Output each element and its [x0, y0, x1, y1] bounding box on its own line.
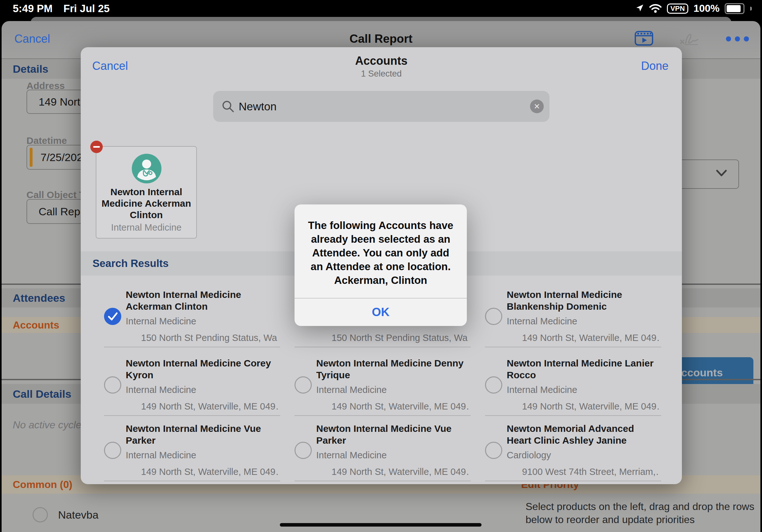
account-result-cell[interactable]: Newton Internal Medicine Denny Tyrique I…	[316, 357, 469, 426]
call-object-type-label: Call Object Ty	[27, 189, 90, 200]
result-address: 150 North St Pending Status, Wa…	[141, 333, 278, 343]
result-name: Newton Internal Medicine Ackerman Clinto…	[126, 289, 279, 312]
battery-icon	[725, 3, 744, 14]
datetime-required-bar	[30, 148, 33, 167]
status-date: Fri Jul 25	[63, 3, 110, 15]
remove-account-icon[interactable]	[90, 141, 103, 153]
account-result-cell[interactable]: Newton Internal Medicine Lanier Rocco In…	[507, 357, 660, 426]
result-address: 150 North St Pending Status, Wa…	[332, 333, 469, 343]
common-tab-label[interactable]: Common (0)	[13, 475, 72, 494]
account-result-cell[interactable]: Newton Internal Medicine Corey Kyron Int…	[126, 357, 279, 426]
alert-message: The following Accounts have already been…	[306, 219, 455, 287]
result-address: 149 North St, Waterville, ME 049…	[522, 401, 659, 412]
result-divider	[485, 415, 661, 416]
result-name: Newton Memorial Advanced Heart Clinic As…	[507, 423, 660, 446]
result-address: 9100 West 74th Street, Merriam,…	[522, 467, 659, 477]
result-name: Newton Internal Medicine Lanier Rocco	[507, 357, 660, 381]
result-specialty: Internal Medicine	[126, 316, 196, 327]
result-divider	[294, 481, 471, 481]
result-checkbox[interactable]	[294, 376, 312, 394]
battery-percent: 100%	[693, 3, 720, 14]
clear-search-icon[interactable]: ✕	[530, 100, 544, 113]
result-divider	[294, 347, 471, 347]
account-result-cell[interactable]: Newton Internal Medicine Vue Parker Inte…	[316, 423, 469, 484]
modal-title: Accounts	[81, 54, 682, 68]
result-address: 149 North St, Waterville, ME 049…	[141, 467, 278, 477]
checkmark-icon	[104, 308, 121, 325]
location-icon	[636, 4, 644, 13]
result-specialty: Internal Medicine	[126, 450, 196, 461]
selected-account-chip[interactable]: Newton Internal Medicine Ackerman Clinto…	[96, 146, 197, 238]
screen: 5:49 PM Fri Jul 25 VPN 100% Cancel	[0, 0, 762, 532]
status-time: 5:49 PM	[13, 3, 53, 15]
result-divider	[104, 415, 280, 416]
no-active-cycle-text: No active cycle pr	[13, 419, 82, 431]
result-checkbox[interactable]	[485, 308, 502, 325]
result-address: 149 North St, Waterville, ME 049…	[332, 401, 469, 412]
home-indicator[interactable]	[280, 523, 482, 527]
search-icon	[221, 100, 235, 114]
details-section-label: Details	[13, 59, 48, 79]
result-name: Newton Internal Medicine Blankenship Dom…	[507, 289, 660, 312]
attendees-section-label: Attendees	[13, 288, 65, 307]
wifi-icon	[649, 3, 662, 14]
result-specialty: Internal Medicine	[126, 385, 196, 395]
search-input-value: Newton	[239, 91, 277, 122]
result-checkbox[interactable]	[104, 308, 121, 325]
modal-done-button[interactable]: Done	[641, 59, 668, 73]
account-result-cell[interactable]: Newton Internal Medicine Ackerman Clinto…	[126, 289, 279, 357]
result-name: Newton Internal Medicine Vue Parker	[316, 423, 469, 446]
datetime-label: Datetime	[27, 135, 67, 146]
accounts-tab-label: Accounts	[13, 317, 59, 333]
result-name: Newton Internal Medicine Denny Tyrique	[316, 357, 469, 381]
chevron-down-icon	[716, 170, 727, 177]
result-specialty: Internal Medicine	[507, 316, 577, 327]
signature-icon[interactable]	[679, 32, 700, 46]
chip-specialty: Internal Medicine	[96, 222, 196, 233]
result-checkbox[interactable]	[485, 376, 502, 394]
account-result-cell[interactable]: Newton Internal Medicine Blankenship Dom…	[507, 289, 660, 357]
alert-ok-button[interactable]: OK	[294, 299, 467, 326]
account-result-cell[interactable]: Newton Memorial Advanced Heart Clinic As…	[507, 423, 660, 484]
attendee-alert-dialog: The following Accounts have already been…	[294, 204, 467, 326]
result-specialty: Internal Medicine	[316, 450, 387, 461]
battery-nub	[750, 7, 752, 11]
result-address: 149 North St, Waterville, ME 049…	[522, 333, 659, 343]
doctor-avatar	[132, 154, 162, 185]
priority-hint-text: Select products on the left, drag and dr…	[526, 500, 760, 526]
product-radio[interactable]	[33, 507, 48, 522]
result-divider	[485, 347, 661, 347]
call-details-section-label: Call Details	[13, 384, 71, 404]
result-divider	[294, 415, 471, 416]
result-checkbox[interactable]	[104, 442, 121, 459]
search-field[interactable]: Newton ✕	[213, 91, 550, 122]
result-checkbox[interactable]	[104, 376, 121, 394]
account-result-cell[interactable]: Newton Internal Medicine Vue Parker Inte…	[126, 423, 279, 484]
media-player-icon[interactable]	[635, 31, 653, 47]
result-address: 149 North St, Waterville, ME 049…	[141, 401, 278, 412]
result-checkbox[interactable]	[485, 442, 502, 459]
result-checkbox[interactable]	[294, 442, 312, 459]
result-divider	[485, 481, 661, 481]
result-name: Newton Internal Medicine Vue Parker	[126, 423, 279, 446]
result-specialty: Cardiology	[507, 450, 551, 461]
vpn-badge: VPN	[667, 4, 688, 14]
search-results-label: Search Results	[93, 251, 169, 276]
status-bar: 5:49 PM Fri Jul 25 VPN 100%	[0, 0, 762, 17]
result-name: Newton Internal Medicine Corey Kyron	[126, 357, 279, 381]
result-divider	[104, 347, 280, 347]
result-specialty: Internal Medicine	[316, 385, 387, 395]
result-divider	[104, 481, 280, 481]
result-address: 149 North St, Waterville, ME 049…	[332, 467, 469, 477]
modal-selected-count: 1 Selected	[81, 69, 682, 79]
result-specialty: Internal Medicine	[507, 385, 577, 395]
more-options-icon[interactable]	[726, 36, 749, 41]
chip-account-name: Newton Internal Medicine Ackerman Clinto…	[99, 186, 194, 221]
product-option-label[interactable]: Natevba	[58, 507, 99, 522]
address-value: 149 North	[38, 96, 86, 108]
